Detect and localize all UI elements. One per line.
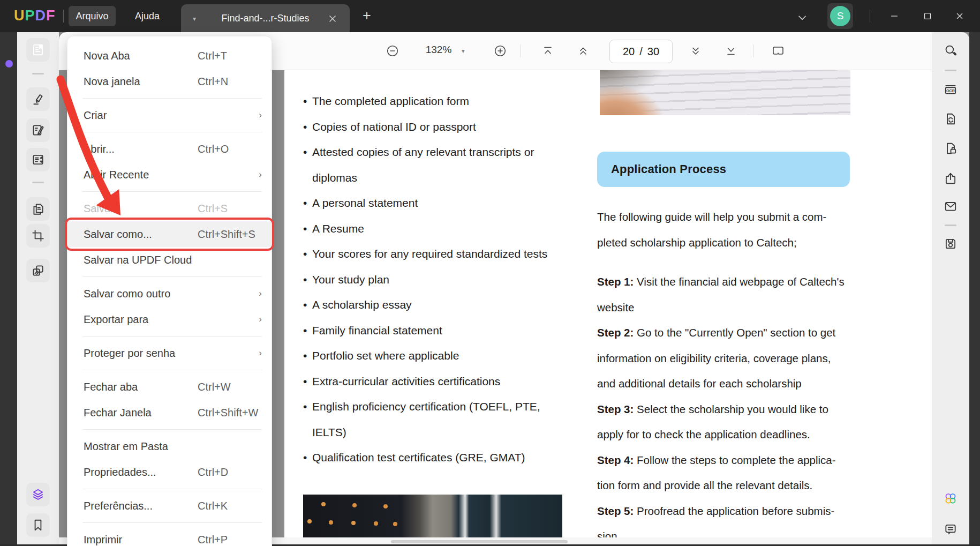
requirements-bullet-list: •The completed application form•Copies o… [303,88,547,470]
step-label: Step 4: [597,454,634,466]
menu-item-fechar-aba[interactable]: Fechar abaCtrl+W [67,374,272,400]
page-current[interactable]: 20 [623,46,635,58]
bullet-line: •The completed application form [303,88,547,114]
pdf-page: •The completed application form•Copies o… [284,70,932,537]
account-button[interactable]: S [827,3,853,29]
presentation-mode-button[interactable] [770,43,786,59]
close-button[interactable] [950,9,969,23]
tab-title: Find-and-...r-Studies [181,4,350,32]
menu-arquivo[interactable]: Arquivo [69,6,116,26]
next-pages-button[interactable] [688,43,704,59]
notification-dot [5,60,13,68]
step-line: Step 4: Follow the steps to complete the… [597,447,850,473]
zoom-dropdown-icon[interactable]: ▾ [462,48,465,55]
menu-item-nova-aba[interactable]: Nova AbaCtrl+T [67,43,272,69]
menu-item-proteger-por-senha[interactable]: Proteger por senha› [67,340,272,366]
section-heading: Application Process [597,152,850,187]
menu-item-fechar-janela[interactable]: Fechar JanelaCtrl+Shift+W [67,400,272,425]
chevron-down-icon[interactable] [795,11,809,21]
tab-close-icon[interactable] [327,13,338,25]
menu-item-salvar-como-outro[interactable]: Salvar como outro› [67,281,272,306]
logo-letter: F [46,8,56,24]
ocr-icon[interactable]: OCR [939,78,962,101]
steps-paragraphs: Step 1: Visit the financial aid webpage … [597,269,850,537]
menu-item-salvar-na-updf-cloud[interactable]: Salvar na UPDF Cloud [67,247,272,273]
bullet-marker: • [303,190,312,216]
svg-text:OCR: OCR [946,89,955,93]
submenu-chevron-icon: › [259,314,262,325]
photo-lights [321,502,326,506]
maximize-button[interactable] [918,9,937,23]
menu-item-label: Preferências... [84,500,153,512]
previous-pages-button[interactable] [575,43,591,59]
menu-ajuda[interactable]: Ajuda [129,6,166,26]
document-photo-papers [600,70,850,115]
zoom-in-button[interactable] [492,43,508,59]
bullet-line: •Extra-curricular activities certificati… [303,369,547,394]
menu-item-label: Mostrar em Pasta [84,440,168,453]
save-icon[interactable] [939,232,962,256]
document-tab[interactable]: ▾ Find-and-...r-Studies [181,4,350,32]
watermark-icon[interactable] [26,259,50,282]
updf-logo: UPDF [14,8,56,24]
step-line: apply for to check the application deadl… [597,422,850,447]
intro-paragraph: The following guide will help you submit… [597,204,850,255]
step-line: tion form and provide all the relevant d… [597,473,850,498]
submenu-chevron-icon: › [259,110,262,121]
step-line: Step 5: Proofread the application before… [597,498,850,524]
submenu-chevron-icon: › [259,288,262,299]
logo-letter: U [14,8,25,24]
page-indicator[interactable]: 20 / 30 [609,40,673,63]
first-page-button[interactable] [540,43,556,59]
divider [945,70,956,71]
protect-icon[interactable] [939,137,962,160]
divider [870,10,870,23]
scrollbar-thumb[interactable] [391,540,568,543]
minimize-button[interactable] [885,9,904,23]
bullet-line: •English proficiency certification (TOEF… [303,394,547,420]
last-page-button[interactable] [723,43,739,59]
zoom-level[interactable]: 132% [419,44,458,56]
bullet-line: •Portfolio set where applicable [303,343,547,369]
window-right-edge [969,32,980,546]
menu-item-exportar-para[interactable]: Exportar para› [67,306,272,332]
zoom-out-button[interactable] [385,43,401,59]
divider [945,225,956,226]
bookmark-icon[interactable] [26,513,50,537]
intro-line: The following guide will help you submit… [597,204,850,230]
step-label: Step 5: [597,505,634,517]
menu-item-propriedades[interactable]: Propriedades...Ctrl+D [67,459,272,485]
photo-lights [307,519,312,523]
divider [32,73,44,74]
right-toolbar: OCR [932,32,969,546]
logo-letter: D [35,8,47,24]
step-line: Step 2: Go to the "Currently Open" secti… [597,320,850,346]
bullet-marker: • [303,394,312,420]
search-icon[interactable] [939,39,962,62]
convert-icon[interactable] [939,107,962,131]
step-line: and additional details for each scholars… [597,371,850,397]
menu-divider [82,489,262,489]
step-line: information on eligibility criteria, cov… [597,346,850,371]
menu-item-shortcut: Ctrl+N [198,76,228,88]
menu-item-imprimir[interactable]: ImprimirCtrl+P [67,527,272,546]
bullet-line: diplomas [303,165,547,191]
menu-divider [82,336,262,336]
menu-item-mostrar-em-pasta[interactable]: Mostrar em Pasta [67,433,272,459]
ai-icon[interactable] [939,487,962,510]
bullet-marker: • [303,114,312,140]
submenu-chevron-icon: › [259,348,262,358]
menu-item-label: Proteger por senha [84,347,175,360]
bullet-line: •A scholarship essay [303,292,547,318]
share-icon[interactable] [939,167,962,190]
crop-icon[interactable] [26,224,50,248]
comment-icon[interactable] [939,518,962,541]
menu-item-shortcut: Ctrl+Shift+W [198,407,258,419]
layers-icon[interactable] [26,483,50,506]
new-tab-button[interactable]: + [358,6,376,25]
reader-icon[interactable] [26,38,50,62]
document-photo-building [303,495,562,537]
bullet-line: •Attested copies of any relevant transcr… [303,139,547,165]
menu-item-prefer-ncias[interactable]: Preferências...Ctrl+K [67,493,272,519]
mail-icon[interactable] [939,195,962,218]
